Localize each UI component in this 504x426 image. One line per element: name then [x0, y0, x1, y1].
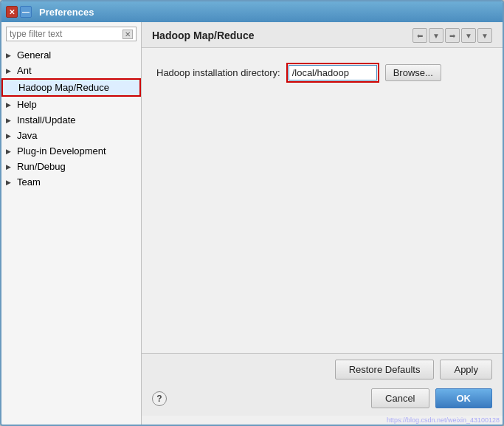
- footer-right-buttons: Cancel OK: [371, 388, 492, 408]
- arrow-icon: [6, 163, 15, 171]
- forward-button[interactable]: ➡: [445, 28, 460, 43]
- sidebar-item-java[interactable]: Java: [1, 128, 141, 143]
- restore-apply-row: Restore Defaults Apply: [142, 354, 503, 384]
- panel-header: Hadoop Map/Reduce ⬅ ▼ ➡ ▼ ▼: [142, 22, 503, 48]
- sidebar-item-ant[interactable]: Ant: [1, 63, 141, 78]
- window-controls: ✕ —: [6, 6, 32, 18]
- window-title: Preferences: [39, 7, 94, 18]
- panel-body: Hadoop installation directory: Browse...: [142, 48, 503, 353]
- field-input-wrap: [286, 63, 379, 83]
- hadoop-dir-label: Hadoop installation directory:: [156, 67, 280, 78]
- bottom-area: Restore Defaults Apply ? Cancel OK https…: [142, 353, 503, 425]
- search-input[interactable]: [10, 29, 120, 39]
- cancel-button[interactable]: Cancel: [371, 388, 429, 408]
- search-box[interactable]: ✕: [6, 27, 137, 41]
- sidebar-item-install[interactable]: Install/Update: [1, 112, 141, 128]
- arrow-icon: [6, 117, 15, 124]
- sidebar-item-rundebug[interactable]: Run/Debug: [1, 159, 141, 174]
- restore-defaults-button[interactable]: Restore Defaults: [335, 360, 435, 379]
- arrow-icon: [6, 179, 15, 186]
- help-button[interactable]: ?: [152, 391, 167, 406]
- sidebar-item-help[interactable]: Help: [1, 97, 141, 112]
- nav-buttons: ⬅ ▼ ➡ ▼ ▼: [412, 28, 492, 43]
- back-dropdown[interactable]: ▼: [429, 28, 443, 43]
- preferences-window: ✕ — Preferences ✕ General Ant: [0, 0, 504, 426]
- right-panel: Hadoop Map/Reduce ⬅ ▼ ➡ ▼ ▼ Hadoop insta…: [142, 22, 503, 425]
- watermark: https://blog.csdn.net/weixin_43100128: [142, 416, 503, 425]
- arrow-icon: [6, 52, 15, 59]
- menu-button[interactable]: ▼: [477, 28, 492, 43]
- hadoop-dir-input[interactable]: [289, 65, 377, 80]
- search-clear-icon[interactable]: ✕: [122, 30, 133, 39]
- tree-list: General Ant Hadoop Map/Reduce Help Insta: [1, 46, 141, 425]
- ok-button[interactable]: OK: [435, 388, 493, 408]
- minimize-button[interactable]: —: [20, 6, 32, 18]
- arrow-icon: [6, 67, 15, 75]
- sidebar-item-team[interactable]: Team: [1, 174, 141, 190]
- titlebar: ✕ — Preferences: [1, 1, 503, 22]
- sidebar: ✕ General Ant Hadoop Map/Reduce Hel: [1, 22, 142, 425]
- browse-button[interactable]: Browse...: [385, 64, 441, 81]
- sidebar-item-plugin[interactable]: Plug-in Development: [1, 143, 141, 159]
- forward-dropdown[interactable]: ▼: [461, 28, 476, 43]
- sidebar-item-hadoop[interactable]: Hadoop Map/Reduce: [1, 78, 141, 97]
- arrow-icon: [6, 132, 15, 140]
- back-button[interactable]: ⬅: [412, 28, 427, 43]
- sidebar-item-general[interactable]: General: [1, 47, 141, 63]
- arrow-icon: [6, 148, 15, 155]
- main-content: ✕ General Ant Hadoop Map/Reduce Hel: [1, 22, 503, 425]
- arrow-icon: [6, 101, 15, 109]
- apply-button[interactable]: Apply: [440, 360, 492, 379]
- hadoop-dir-row: Hadoop installation directory: Browse...: [156, 63, 488, 83]
- panel-title: Hadoop Map/Reduce: [152, 30, 254, 41]
- close-button[interactable]: ✕: [6, 6, 18, 18]
- dialog-footer: ? Cancel OK: [142, 384, 503, 416]
